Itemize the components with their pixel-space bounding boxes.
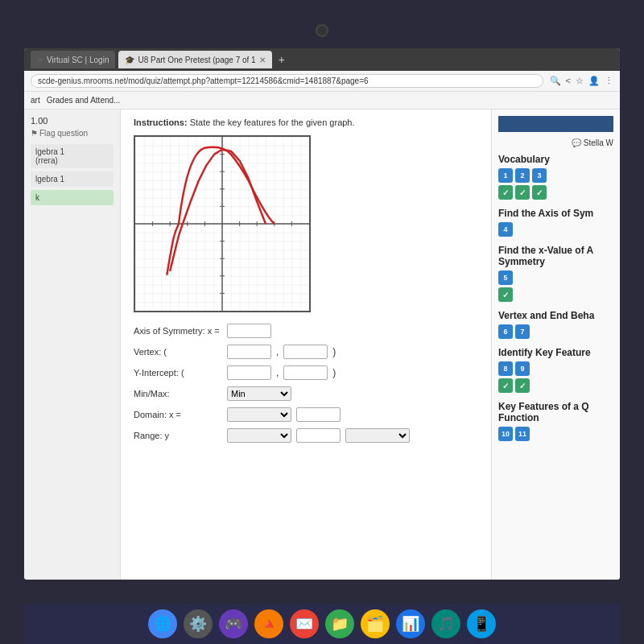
tab-close-icon-active[interactable]: ✕ bbox=[259, 56, 266, 64]
sidebar-nav-algebra1-1[interactable]: lgebra 1(rrera) bbox=[31, 144, 114, 168]
badge-3[interactable]: 3 bbox=[532, 168, 547, 183]
taskbar-settings-icon[interactable]: ⚙️ bbox=[184, 609, 213, 638]
vocabulary-badges: 1 2 3 bbox=[498, 168, 613, 183]
taskbar-drive-icon[interactable]: 📁 bbox=[325, 609, 354, 638]
bookmark-grades[interactable]: Grades and Attend... bbox=[47, 96, 121, 105]
badge-9[interactable]: 9 bbox=[515, 361, 530, 376]
find-axis-title: Find the Axis of Sym bbox=[498, 208, 613, 219]
graph-container bbox=[134, 135, 311, 312]
vertex-end-title: Vertex and End Beha bbox=[498, 310, 613, 321]
check-9: ✓ bbox=[515, 378, 530, 393]
browser-nav-icons: 🔍 < ☆ 👤 ⋮ bbox=[550, 76, 613, 86]
find-xvalue-title: Find the x-Value of A Symmetry bbox=[498, 245, 613, 267]
range-input[interactable] bbox=[296, 428, 341, 443]
instructions-text: Instructions: State the key features for… bbox=[134, 118, 478, 127]
browser-chrome: ✕ Virtual SC | Login 🎓 U8 Part One Prete… bbox=[24, 48, 620, 71]
key-features-q-badges: 10 11 bbox=[498, 427, 613, 441]
sidebar-nav-algebra1-2[interactable]: lgebra 1 bbox=[31, 171, 114, 187]
key-features-q-title: Key Features of a Q Function bbox=[498, 401, 613, 423]
check-8: ✓ bbox=[498, 378, 513, 393]
domain-row: Domain: x = bbox=[134, 407, 478, 422]
instructions-body: State the key features for the given gra… bbox=[190, 118, 355, 127]
axis-input[interactable] bbox=[227, 324, 271, 338]
vertex-y-input[interactable] bbox=[283, 345, 328, 359]
section-identify-features: Identify Key Feature 8 9 ✓ ✓ bbox=[498, 347, 613, 393]
right-top-bar bbox=[498, 116, 613, 132]
section-vocabulary: Vocabulary 1 2 3 ✓ ✓ ✓ bbox=[498, 154, 613, 200]
new-tab-button[interactable]: + bbox=[279, 53, 285, 66]
score-display: 1.00 bbox=[31, 116, 114, 126]
range-select-2[interactable] bbox=[345, 428, 410, 443]
badge-4[interactable]: 4 bbox=[498, 222, 513, 237]
vertex-row: Vertex: ( , ) bbox=[134, 345, 478, 359]
domain-label: Domain: x = bbox=[134, 410, 222, 419]
vertex-x-input[interactable] bbox=[227, 345, 271, 359]
taskbar-phone-icon[interactable]: 📱 bbox=[467, 609, 496, 638]
check-3: ✓ bbox=[532, 185, 547, 200]
taskbar-chrome-icon[interactable]: 🌐 bbox=[148, 609, 177, 638]
webcam bbox=[316, 24, 328, 37]
badge-10[interactable]: 10 bbox=[498, 427, 513, 441]
identify-features-checks: ✓ ✓ bbox=[498, 378, 613, 393]
yintercept-y-input[interactable] bbox=[283, 365, 328, 380]
badge-1[interactable]: 1 bbox=[498, 168, 513, 183]
range-label: Range: y bbox=[134, 431, 222, 440]
vertex-comma: , bbox=[276, 346, 279, 357]
url-input[interactable]: scde-genius.mrooms.net/mod/quiz/attempt.… bbox=[31, 74, 543, 88]
taskbar: 🌐 ⚙️ 🎮 🔺 ✉️ 📁 🗂️ 📊 🎵 📱 bbox=[24, 604, 620, 644]
tab-virtualsc-label: Virtual SC | Login bbox=[47, 56, 109, 64]
vertex-close-paren: ) bbox=[332, 346, 336, 357]
taskbar-music-icon[interactable]: 🎵 bbox=[431, 609, 460, 638]
range-row: Range: y bbox=[134, 428, 478, 443]
left-sidebar: 1.00 ⚑ Flag question lgebra 1(rrera) lge… bbox=[24, 109, 121, 580]
range-select-1[interactable] bbox=[227, 428, 291, 443]
badge-5[interactable]: 5 bbox=[498, 270, 513, 285]
taskbar-game-icon[interactable]: 🎮 bbox=[219, 609, 248, 638]
badge-8[interactable]: 8 bbox=[498, 361, 513, 376]
main-content: 1.00 ⚑ Flag question lgebra 1(rrera) lge… bbox=[24, 109, 620, 580]
yintercept-label: Y-Intercept: ( bbox=[134, 368, 222, 378]
section-find-axis: Find the Axis of Sym 4 bbox=[498, 208, 613, 237]
user-info: 💬 Stella W bbox=[498, 138, 613, 147]
vocabulary-checks: ✓ ✓ ✓ bbox=[498, 185, 613, 200]
check-5: ✓ bbox=[498, 287, 513, 302]
flag-icon: ⚑ bbox=[31, 129, 38, 138]
taskbar-files-icon[interactable]: 🔺 bbox=[254, 609, 283, 638]
yintercept-x-input[interactable] bbox=[227, 365, 271, 380]
profile-icon: 👤 bbox=[588, 76, 600, 86]
username-display: Stella W bbox=[584, 138, 613, 147]
minmax-label: Min/Max: bbox=[134, 389, 222, 398]
star-icon: ☆ bbox=[576, 76, 584, 86]
chat-icon: 💬 bbox=[572, 138, 581, 147]
yintercept-close-paren: ) bbox=[332, 367, 336, 378]
domain-select[interactable] bbox=[227, 407, 291, 422]
section-vertex-end: Vertex and End Beha 6 7 bbox=[498, 310, 613, 339]
flag-label: Flag question bbox=[39, 129, 88, 138]
minmax-row: Min/Max: Min Max bbox=[134, 386, 478, 401]
center-content: Instructions: State the key features for… bbox=[121, 109, 491, 580]
domain-input[interactable] bbox=[296, 407, 341, 422]
menu-icon: ⋮ bbox=[605, 76, 613, 86]
tab-icon: 🎓 bbox=[125, 56, 134, 64]
sidebar-nav-item-active[interactable]: k bbox=[31, 190, 114, 205]
find-xvalue-badges: 5 bbox=[498, 270, 613, 285]
taskbar-sheets-icon[interactable]: 🗂️ bbox=[361, 609, 390, 638]
tab-close-icon[interactable]: ✕ bbox=[37, 56, 43, 64]
bookmark-art[interactable]: art bbox=[31, 96, 40, 105]
badge-7[interactable]: 7 bbox=[515, 324, 530, 339]
check-2: ✓ bbox=[515, 185, 530, 200]
badge-6[interactable]: 6 bbox=[498, 324, 513, 339]
check-1: ✓ bbox=[498, 185, 513, 200]
flag-question-button[interactable]: ⚑ Flag question bbox=[31, 129, 88, 138]
laptop-frame: ✕ Virtual SC | Login 🎓 U8 Part One Prete… bbox=[0, 0, 644, 644]
badge-2[interactable]: 2 bbox=[515, 168, 530, 183]
yintercept-row: Y-Intercept: ( , ) bbox=[134, 365, 478, 380]
taskbar-mail-icon[interactable]: ✉️ bbox=[290, 609, 319, 638]
tab-virtualsc[interactable]: ✕ Virtual SC | Login bbox=[31, 51, 115, 68]
minmax-select[interactable]: Min Max bbox=[227, 386, 291, 401]
taskbar-data-icon[interactable]: 📊 bbox=[396, 609, 425, 638]
instructions-prefix: Instructions: bbox=[134, 118, 188, 127]
parabola-overlay bbox=[135, 137, 309, 311]
tab-u8pretest[interactable]: 🎓 U8 Part One Pretest (page 7 of 1 ✕ bbox=[118, 51, 271, 68]
badge-11[interactable]: 11 bbox=[515, 427, 530, 441]
